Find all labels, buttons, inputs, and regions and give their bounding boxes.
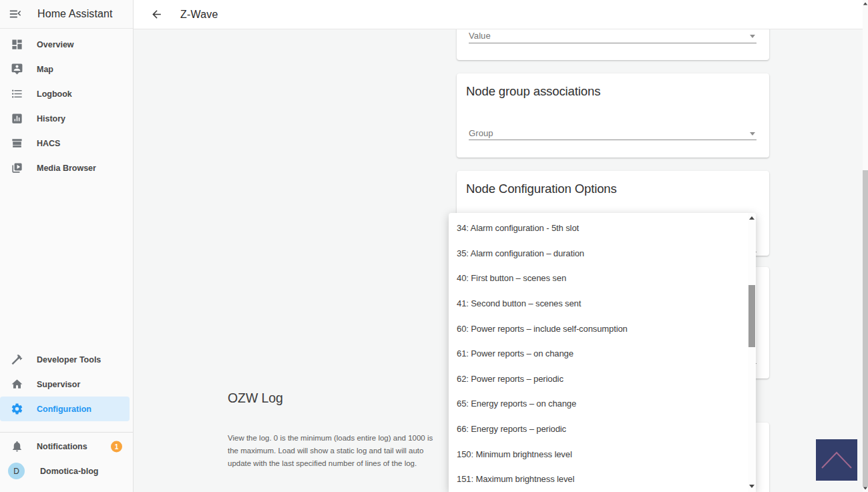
format-list-bulleted-icon	[10, 87, 23, 101]
sidebar-item-history[interactable]: History	[0, 106, 133, 131]
select-label: Group	[469, 128, 493, 138]
node-group-associations-card: Node group associations Group	[457, 73, 769, 158]
listbox-option[interactable]: 60: Power reports – include self-consump…	[449, 316, 756, 341]
scroll-to-top-button[interactable]	[816, 439, 857, 481]
notification-badge: 1	[111, 441, 122, 452]
sidebar-item-overview[interactable]: Overview	[0, 32, 133, 57]
ozw-log-section: OZW Log View the log. 0 is the minimum (…	[228, 391, 448, 470]
listbox-option[interactable]: 66: Energy reports – periodic	[449, 417, 756, 442]
listbox-option[interactable]: 41: Second button – scenes sent	[449, 291, 756, 316]
play-box-multiple-icon	[10, 162, 23, 175]
listbox-option[interactable]: 35: Alarm configuration – duration	[449, 241, 756, 266]
app-header: Z-Wave	[134, 0, 863, 29]
app-title: Home Assistant	[37, 8, 113, 20]
sidebar-item-label: Domotica-blog	[40, 467, 99, 476]
map-account-icon	[10, 63, 23, 76]
sidebar-item-profile[interactable]: D Domotica-blog	[0, 459, 133, 483]
value-select[interactable]: Value	[469, 29, 756, 43]
listbox-option[interactable]: 34: Alarm configuration - 5th slot	[449, 216, 756, 241]
chevron-down-icon	[750, 35, 755, 38]
sidebar-item-label: Developer Tools	[37, 355, 101, 364]
select-label: Value	[469, 31, 491, 41]
home-assistant-icon	[10, 378, 23, 391]
app-root: Home Assistant Overview Map Logbook Hist…	[0, 0, 868, 492]
sidebar-item-hacs[interactable]: HACS	[0, 131, 133, 156]
listbox-option[interactable]: 65: Energy reports – on change	[449, 391, 756, 417]
listbox-option[interactable]: 62: Power reports – periodic	[449, 366, 756, 392]
view-dashboard-icon	[10, 38, 23, 51]
sidebar-header: Home Assistant	[0, 0, 133, 29]
scroll-down-icon[interactable]	[749, 485, 754, 488]
listbox-option[interactable]: 40: First button – scenes sen	[449, 266, 756, 291]
sidebar-menu: Overview Map Logbook History HACS Media …	[0, 29, 133, 180]
sidebar-divider	[0, 432, 133, 433]
listbox-option[interactable]: 150: Minimum brightness level	[449, 441, 756, 467]
scroll-down-icon[interactable]	[863, 487, 867, 490]
sidebar-item-label: HACS	[37, 139, 60, 148]
chevron-up-icon	[816, 439, 857, 481]
chevron-down-icon	[750, 132, 755, 136]
sidebar-item-logbook[interactable]: Logbook	[0, 81, 133, 106]
sidebar: Home Assistant Overview Map Logbook Hist…	[0, 0, 134, 492]
listbox-scrollbar-thumb[interactable]	[748, 285, 755, 347]
cog-icon	[10, 403, 23, 416]
sidebar-item-label: Configuration	[37, 405, 91, 414]
section-title: OZW Log	[228, 391, 448, 406]
bell-icon	[10, 440, 23, 453]
sidebar-item-label: History	[37, 114, 65, 124]
sidebar-item-map[interactable]: Map	[0, 57, 133, 81]
sidebar-item-media-browser[interactable]: Media Browser	[0, 156, 133, 180]
page-title: Z-Wave	[180, 9, 218, 21]
card-title: Node Configuration Options	[457, 171, 769, 196]
sidebar-item-label: Media Browser	[37, 164, 96, 173]
sidebar-item-configuration[interactable]: Configuration	[0, 397, 130, 421]
chart-box-icon	[10, 112, 23, 126]
page-scrollbar-thumb[interactable]	[863, 170, 868, 487]
section-description: View the log. 0 is the minimum (loads en…	[228, 432, 440, 470]
card-title: Node group associations	[457, 73, 769, 99]
hacs-store-icon	[10, 137, 23, 150]
sidebar-item-supervisor[interactable]: Supervisor	[0, 372, 133, 397]
arrow-left-icon	[150, 8, 163, 21]
config-options-listbox: 34: Alarm configuration - 5th slot 35: A…	[449, 213, 756, 492]
avatar: D	[8, 463, 25, 479]
hammer-icon	[10, 353, 23, 366]
scroll-up-icon[interactable]	[863, 3, 867, 5]
back-button[interactable]	[148, 7, 164, 23]
scroll-up-icon[interactable]	[749, 216, 754, 220]
listbox-option[interactable]: 61: Power reports – on change	[449, 341, 756, 366]
sidebar-item-label: Logbook	[37, 89, 72, 99]
sidebar-item-label: Map	[37, 65, 53, 74]
sidebar-item-label: Notifications	[37, 442, 87, 451]
sidebar-item-label: Overview	[37, 40, 74, 49]
listbox-option[interactable]: 151: Maximum brightness level	[449, 467, 756, 492]
sidebar-item-label: Supervisor	[37, 380, 80, 389]
sidebar-toggle-icon[interactable]	[9, 7, 23, 21]
sidebar-bottom: Developer Tools Supervisor Configuration…	[0, 347, 133, 483]
listbox-scrollbar[interactable]	[748, 213, 756, 492]
group-select[interactable]: Group	[469, 127, 756, 140]
sidebar-item-developer-tools[interactable]: Developer Tools	[0, 347, 133, 372]
sidebar-item-notifications[interactable]: Notifications 1	[0, 434, 133, 459]
page-scrollbar[interactable]	[863, 0, 868, 492]
